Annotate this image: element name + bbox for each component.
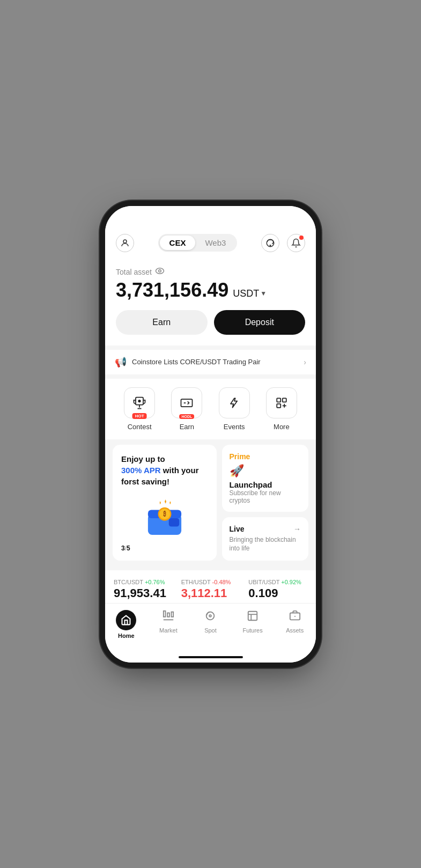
announcement-arrow: ›: [304, 358, 306, 366]
btc-price: 91,953.41: [114, 586, 173, 600]
cards-row: Enjoy up to 300% APR with your forst sav…: [105, 439, 316, 567]
action-buttons: Earn Deposit: [116, 310, 305, 335]
svg-point-3: [156, 268, 164, 274]
ubit-price: 0.109: [248, 586, 307, 600]
live-card[interactable]: Live → Bringing the blockchain into life: [222, 517, 309, 561]
asset-amount: 3,731,156.49 USDT ▼: [116, 279, 305, 301]
asset-value: 3,731,156.49: [116, 279, 228, 301]
notification-dot: [299, 236, 304, 240]
live-arrow: →: [293, 525, 301, 533]
nav-assets-label: Assets: [286, 627, 304, 634]
quick-action-more[interactable]: More: [266, 387, 297, 431]
svg-rect-18: [167, 613, 169, 616]
ticker-eth[interactable]: ETH/USDT -0.48% 3,112.11: [181, 579, 240, 600]
more-icon-box: [266, 387, 297, 418]
events-label: Events: [224, 423, 245, 431]
right-cards: Prime 🚀 Launchpad Subscribe for new cryp…: [222, 445, 309, 561]
eye-icon[interactable]: [155, 267, 165, 277]
quick-actions: HOT Contest HODL Earn: [105, 379, 316, 439]
announcement-banner[interactable]: 📢 Coinstore Lists CORE/USDT Trading Pair…: [105, 350, 316, 374]
announcement-text: Coinstore Lists CORE/USDT Trading Pair: [132, 358, 261, 366]
live-subtitle: Bringing the blockchain into life: [230, 535, 301, 554]
ticker-row: BTC/USDT +0.76% 91,953.41 ETH/USDT -0.48…: [114, 579, 307, 600]
contest-icon-box: HOT: [124, 387, 155, 418]
svg-rect-23: [248, 611, 257, 620]
svg-rect-17: [164, 610, 166, 616]
promo-card[interactable]: Enjoy up to 300% APR with your forst sav…: [113, 445, 217, 561]
nav-spot[interactable]: Spot: [189, 608, 232, 641]
svg-point-22: [210, 615, 212, 617]
ticker-btc[interactable]: BTC/USDT +0.76% 91,953.41: [114, 579, 173, 600]
header-icons: [261, 234, 305, 252]
launchpad-icon: 🚀: [230, 464, 301, 478]
more-label: More: [274, 423, 290, 431]
svg-rect-8: [277, 398, 280, 402]
prime-card[interactable]: Prime 🚀 Launchpad Subscribe for new cryp…: [222, 445, 309, 512]
svg-rect-13: [169, 518, 179, 527]
events-icon-box: [219, 387, 250, 418]
earn-badge: HODL: [179, 414, 194, 419]
svg-rect-9: [283, 398, 286, 402]
promo-text: Enjoy up to 300% APR with your forst sav…: [121, 453, 208, 487]
svg-rect-7: [181, 399, 193, 407]
spot-icon: [204, 610, 216, 625]
home-indicator: [179, 656, 243, 658]
launchpad-title: Launchpad: [230, 480, 301, 489]
contest-label: Contest: [128, 423, 152, 431]
svg-point-6: [138, 399, 141, 402]
contest-badge: HOT: [132, 413, 147, 419]
live-title: Live: [230, 525, 245, 533]
launchpad-subtitle: Subscribe for new cryptos: [230, 489, 301, 504]
promo-image: ₿: [121, 499, 208, 537]
quick-action-contest[interactable]: HOT Contest: [124, 387, 155, 431]
futures-icon: [247, 610, 258, 625]
market-icon: [163, 610, 174, 625]
nav-futures-label: Futures: [242, 627, 262, 634]
quick-action-events[interactable]: Events: [219, 387, 250, 431]
earn-icon-box: HODL: [171, 387, 202, 418]
total-asset-label: Total asset: [116, 267, 305, 277]
nav-home[interactable]: Home: [105, 608, 147, 641]
nav-spot-label: Spot: [204, 627, 217, 634]
profile-icon[interactable]: [116, 234, 134, 252]
earn-button[interactable]: Earn: [116, 310, 208, 335]
home-bar: [105, 652, 316, 663]
nav-futures[interactable]: Futures: [232, 608, 274, 641]
earn-label: Earn: [180, 423, 194, 431]
svg-point-2: [270, 245, 271, 246]
support-icon[interactable]: [261, 234, 279, 252]
bell-icon[interactable]: [287, 234, 305, 252]
currency-caret: ▼: [260, 290, 267, 297]
nav-market[interactable]: Market: [147, 608, 190, 641]
svg-text:₿: ₿: [163, 511, 166, 517]
asset-label-text: Total asset: [116, 268, 152, 276]
nav-home-label: Home: [118, 632, 135, 639]
tab-switcher: CEX Web3: [158, 234, 238, 252]
svg-rect-10: [277, 403, 280, 407]
ticker-ubit[interactable]: UBIT/USDT +0.92% 0.109: [248, 579, 307, 600]
header: CEX Web3: [105, 230, 316, 259]
svg-rect-19: [171, 612, 173, 616]
nav-assets[interactable]: Assets: [274, 608, 316, 641]
prime-label: Prime: [230, 452, 301, 461]
nav-market-label: Market: [159, 627, 178, 634]
eth-price: 3,112.11: [181, 586, 240, 600]
svg-point-4: [159, 269, 161, 272]
tab-cex[interactable]: CEX: [160, 236, 196, 250]
quick-action-earn[interactable]: HODL Earn: [171, 387, 202, 431]
bottom-nav: Home Market Spot Futures Assets: [105, 603, 316, 652]
home-icon: [116, 610, 136, 630]
svg-point-0: [123, 240, 127, 243]
announcement-icon: 📢: [115, 356, 127, 368]
tab-web3[interactable]: Web3: [195, 236, 235, 250]
asset-section: Total asset 3,731,156.49 USDT ▼ Earn Dep…: [105, 259, 316, 345]
promo-pagination: 3/5: [121, 545, 208, 552]
asset-currency[interactable]: USDT ▼: [233, 288, 267, 299]
deposit-button[interactable]: Deposit: [214, 310, 306, 335]
assets-icon: [289, 610, 301, 625]
ticker-section: BTC/USDT +0.76% 91,953.41 ETH/USDT -0.48…: [105, 570, 316, 602]
